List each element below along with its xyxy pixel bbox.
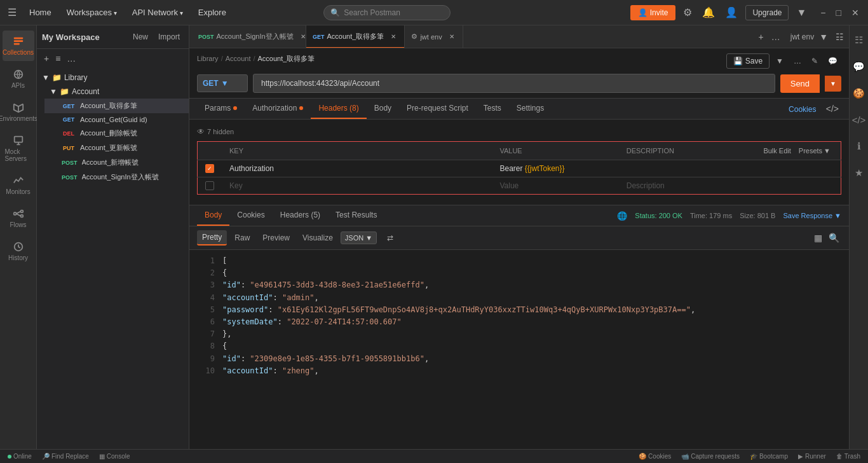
req-tab-authorization[interactable]: Authorization bbox=[245, 99, 311, 119]
right-panel-code-button[interactable]: </> bbox=[848, 111, 868, 129]
home-nav[interactable]: Home bbox=[24, 5, 57, 20]
settings-icon[interactable]: ⚙ bbox=[681, 4, 695, 21]
bootcamp-status[interactable]: 🎓 Bootcamp bbox=[747, 452, 790, 461]
explore-nav[interactable]: Explore bbox=[193, 5, 231, 20]
send-dropdown-button[interactable]: ▼ bbox=[825, 76, 841, 92]
capture-requests-status[interactable]: 📹 Capture requests bbox=[679, 452, 742, 461]
save-response-button[interactable]: Save Response ▼ bbox=[783, 212, 841, 219]
sidebar-item-flows[interactable]: Flows bbox=[3, 203, 34, 233]
workspaces-nav[interactable]: Workspaces bbox=[62, 5, 122, 20]
save-button[interactable]: 💾 Save bbox=[726, 53, 770, 69]
resp-tab-body[interactable]: Body bbox=[197, 205, 229, 226]
cookies-status[interactable]: 🍪 Cookies bbox=[636, 452, 674, 461]
runner-status[interactable]: ▶ Runner bbox=[796, 452, 829, 461]
api-item-4[interactable]: POST Account_新增帳號 bbox=[44, 155, 189, 170]
api-item-5[interactable]: POST Account_SignIn登入帳號 bbox=[44, 170, 189, 184]
tab-close-2[interactable]: ✕ bbox=[447, 32, 456, 41]
req-tab-headers[interactable]: Headers (8) bbox=[311, 99, 366, 119]
env-selector[interactable]: jwt env bbox=[790, 32, 814, 41]
right-panel-info-button[interactable]: ℹ bbox=[853, 137, 865, 156]
header-checkbox[interactable]: ✓ bbox=[205, 164, 214, 173]
sidebar-item-history[interactable]: History bbox=[3, 236, 34, 266]
upgrade-button[interactable]: Upgrade bbox=[745, 5, 789, 20]
sidebar-item-environments[interactable]: Environments bbox=[3, 97, 34, 127]
method-select[interactable]: GET ▼ bbox=[197, 74, 248, 92]
req-tab-pre-request[interactable]: Pre-request Script bbox=[399, 99, 476, 119]
right-panel-layout-button[interactable]: ☷ bbox=[851, 31, 867, 50]
edit-button[interactable]: ✎ bbox=[808, 55, 822, 67]
header-checkbox-cell-2[interactable] bbox=[198, 177, 222, 195]
format-type-select[interactable]: JSON ▼ bbox=[341, 232, 377, 244]
more-options-button[interactable]: … bbox=[65, 52, 78, 66]
format-preview-button[interactable]: Preview bbox=[257, 231, 295, 245]
minimize-button[interactable]: − bbox=[817, 6, 829, 19]
new-collection-button[interactable]: New bbox=[129, 31, 152, 43]
sidebar-item-collections[interactable]: Collections bbox=[3, 31, 34, 61]
right-panel-comment-button[interactable]: 💬 bbox=[849, 57, 868, 76]
req-tab-params[interactable]: Params bbox=[197, 99, 245, 119]
more-actions-button[interactable]: … bbox=[790, 55, 805, 67]
right-panel-star-button[interactable]: ★ bbox=[851, 163, 867, 183]
header-checkbox-cell[interactable]: ✓ bbox=[198, 160, 222, 177]
format-pretty-button[interactable]: Pretty bbox=[197, 230, 227, 245]
tab-2[interactable]: ⚙ jwt env ✕ bbox=[405, 25, 463, 48]
wrap-lines-button[interactable]: ⇄ bbox=[382, 231, 398, 245]
account-header[interactable]: ▼ 📁 Account bbox=[44, 85, 189, 99]
send-button[interactable]: Send bbox=[780, 74, 820, 93]
header-key-cell-2[interactable]: Key bbox=[222, 177, 492, 195]
avatar-icon[interactable]: 👤 bbox=[722, 4, 740, 21]
comment-button[interactable]: 💬 bbox=[824, 55, 841, 67]
header-desc-cell[interactable] bbox=[619, 160, 841, 177]
console-status[interactable]: ▦ Console bbox=[97, 452, 133, 461]
breadcrumb-account[interactable]: Account bbox=[226, 55, 251, 62]
notifications-icon[interactable]: 🔔 bbox=[700, 4, 717, 21]
api-network-nav[interactable]: API Network bbox=[127, 5, 188, 20]
url-input[interactable] bbox=[253, 74, 775, 93]
import-button[interactable]: Import bbox=[154, 31, 184, 43]
breadcrumb-library[interactable]: Library bbox=[197, 55, 219, 62]
req-tab-tests[interactable]: Tests bbox=[476, 99, 509, 119]
tab-1[interactable]: GET Account_取得多筆 ✕ bbox=[306, 25, 405, 48]
right-panel-cookie-button[interactable]: 🍪 bbox=[849, 84, 868, 103]
code-button[interactable]: </> bbox=[824, 101, 841, 116]
save-dropdown-button[interactable]: ▼ bbox=[772, 55, 787, 67]
restore-button[interactable]: □ bbox=[832, 6, 845, 19]
resp-tab-test-results[interactable]: Test Results bbox=[328, 205, 384, 226]
header-key-cell[interactable]: Authorization bbox=[222, 160, 492, 177]
menu-icon[interactable]: ☰ bbox=[5, 4, 19, 21]
online-status[interactable]: Online bbox=[5, 452, 34, 461]
resp-tab-headers[interactable]: Headers (5) bbox=[273, 205, 328, 226]
format-visualize-button[interactable]: Visualize bbox=[297, 231, 338, 245]
header-value-cell-2[interactable]: Value bbox=[492, 177, 618, 195]
header-desc-cell-2[interactable]: Description bbox=[619, 177, 841, 195]
api-item-3[interactable]: PUT Account_更新帳號 bbox=[44, 141, 189, 155]
sort-collections-button[interactable]: ≡ bbox=[53, 52, 62, 66]
add-collection-button[interactable]: + bbox=[42, 52, 51, 66]
api-item-2[interactable]: DEL Account_刪除帳號 bbox=[44, 126, 189, 141]
more-tabs-button[interactable]: … bbox=[769, 29, 783, 45]
upgrade-dropdown-icon[interactable]: ▼ bbox=[794, 4, 809, 21]
add-tab-button[interactable]: + bbox=[756, 29, 766, 45]
req-tab-body[interactable]: Body bbox=[367, 99, 399, 119]
header-value-cell[interactable]: Bearer {{jwtToken}} bbox=[492, 160, 618, 177]
cookies-link[interactable]: Cookies bbox=[783, 100, 821, 119]
api-item-0[interactable]: GET Account_取得多筆 bbox=[44, 99, 189, 113]
copy-response-button[interactable]: ▦ bbox=[812, 231, 824, 245]
sidebar-item-monitors[interactable]: Monitors bbox=[3, 170, 34, 200]
format-raw-button[interactable]: Raw bbox=[229, 231, 255, 245]
find-replace-status[interactable]: 🔎 Find Replace bbox=[39, 452, 92, 461]
search-bar[interactable]: 🔍 Search Postman bbox=[323, 5, 451, 20]
resp-tab-cookies[interactable]: Cookies bbox=[229, 205, 272, 226]
env-dropdown-icon[interactable]: ▼ bbox=[817, 29, 831, 45]
sidebar-item-apis[interactable]: APIs bbox=[3, 64, 34, 94]
bulk-edit-button[interactable]: Bulk Edit bbox=[761, 146, 793, 156]
api-item-1[interactable]: GET Account_Get(Guid id) bbox=[44, 113, 189, 126]
search-response-button[interactable]: 🔍 bbox=[827, 231, 841, 245]
close-button[interactable]: ✕ bbox=[848, 6, 863, 19]
sidebar-item-mock-servers[interactable]: Mock Servers bbox=[3, 130, 34, 167]
header-checkbox-empty[interactable] bbox=[205, 181, 214, 190]
trash-status[interactable]: 🗑 Trash bbox=[834, 452, 863, 461]
library-header[interactable]: ▼ 📁 Library bbox=[37, 71, 189, 85]
invite-button[interactable]: 👤 Invite bbox=[630, 5, 676, 20]
tab-close-1[interactable]: ✕ bbox=[389, 32, 398, 41]
